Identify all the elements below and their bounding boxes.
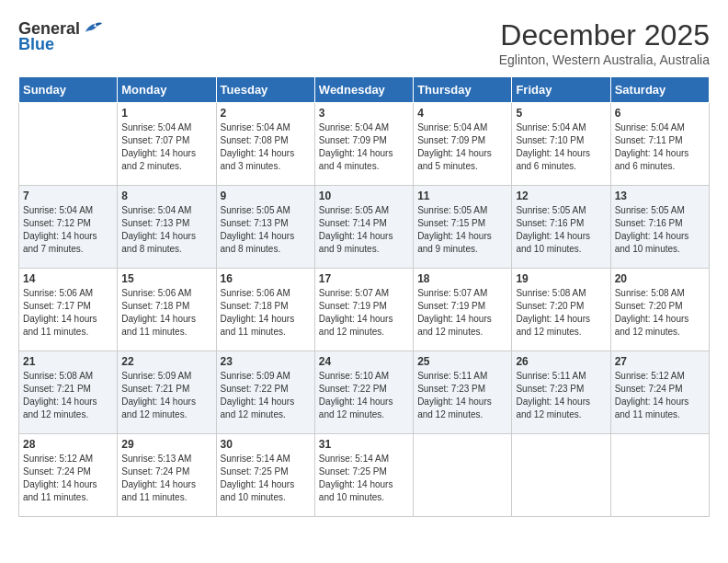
day-number: 6 [615, 107, 705, 120]
day-info: Sunrise: 5:12 AMSunset: 7:24 PMDaylight:… [23, 453, 113, 504]
calendar-cell: 23Sunrise: 5:09 AMSunset: 7:22 PMDayligh… [216, 351, 314, 434]
calendar-cell: 27Sunrise: 5:12 AMSunset: 7:24 PMDayligh… [610, 351, 709, 434]
day-number: 26 [516, 355, 606, 368]
day-info: Sunrise: 5:04 AMSunset: 7:07 PMDaylight:… [121, 121, 211, 173]
page-header: General Blue December 2025 Eglinton, Wes… [18, 18, 710, 67]
logo-blue-text: Blue [18, 35, 54, 54]
calendar-cell: 3Sunrise: 5:04 AMSunset: 7:09 PMDaylight… [314, 103, 413, 186]
calendar-cell: 5Sunrise: 5:04 AMSunset: 7:10 PMDaylight… [512, 103, 610, 186]
day-info: Sunrise: 5:09 AMSunset: 7:22 PMDaylight:… [221, 370, 311, 421]
day-header-sunday: Sunday [19, 77, 118, 103]
day-number: 16 [221, 272, 311, 285]
calendar-cell: 21Sunrise: 5:08 AMSunset: 7:21 PMDayligh… [19, 351, 118, 434]
day-info: Sunrise: 5:04 AMSunset: 7:12 PMDaylight:… [23, 204, 113, 256]
day-number: 11 [417, 190, 507, 202]
day-number: 13 [615, 190, 705, 202]
calendar-cell [414, 434, 512, 517]
day-info: Sunrise: 5:04 AMSunset: 7:13 PMDaylight:… [121, 204, 211, 256]
day-info: Sunrise: 5:04 AMSunset: 7:11 PMDaylight:… [615, 121, 705, 173]
title-section: December 2025 Eglinton, Western Australi… [499, 18, 710, 67]
calendar-cell: 13Sunrise: 5:05 AMSunset: 7:16 PMDayligh… [610, 186, 709, 269]
logo-bird-icon [82, 18, 102, 39]
day-info: Sunrise: 5:05 AMSunset: 7:16 PMDaylight:… [516, 204, 606, 256]
day-info: Sunrise: 5:11 AMSunset: 7:23 PMDaylight:… [417, 370, 507, 421]
day-info: Sunrise: 5:08 AMSunset: 7:21 PMDaylight:… [23, 370, 113, 421]
day-info: Sunrise: 5:04 AMSunset: 7:09 PMDaylight:… [417, 121, 507, 173]
day-info: Sunrise: 5:09 AMSunset: 7:21 PMDaylight:… [121, 370, 211, 421]
calendar-cell: 14Sunrise: 5:06 AMSunset: 7:17 PMDayligh… [19, 269, 118, 351]
day-number: 3 [319, 107, 409, 120]
day-info: Sunrise: 5:04 AMSunset: 7:08 PMDaylight:… [221, 121, 311, 173]
day-number: 15 [121, 272, 211, 285]
calendar-cell: 22Sunrise: 5:09 AMSunset: 7:21 PMDayligh… [118, 351, 216, 434]
day-header-friday: Friday [512, 77, 610, 103]
day-number: 1 [121, 107, 211, 120]
calendar-cell: 28Sunrise: 5:12 AMSunset: 7:24 PMDayligh… [19, 434, 118, 517]
day-number: 31 [319, 438, 409, 451]
day-header-saturday: Saturday [610, 77, 709, 103]
day-number: 27 [615, 355, 705, 368]
day-info: Sunrise: 5:06 AMSunset: 7:18 PMDaylight:… [221, 287, 311, 339]
calendar-cell [610, 434, 709, 517]
day-info: Sunrise: 5:05 AMSunset: 7:16 PMDaylight:… [615, 204, 705, 256]
calendar-cell: 12Sunrise: 5:05 AMSunset: 7:16 PMDayligh… [512, 186, 610, 269]
calendar-cell: 4Sunrise: 5:04 AMSunset: 7:09 PMDaylight… [414, 103, 512, 186]
calendar-cell: 1Sunrise: 5:04 AMSunset: 7:07 PMDaylight… [118, 103, 216, 186]
day-info: Sunrise: 5:12 AMSunset: 7:24 PMDaylight:… [615, 370, 705, 421]
calendar-cell: 2Sunrise: 5:04 AMSunset: 7:08 PMDaylight… [216, 103, 314, 186]
day-info: Sunrise: 5:07 AMSunset: 7:19 PMDaylight:… [417, 287, 507, 339]
calendar-cell: 29Sunrise: 5:13 AMSunset: 7:24 PMDayligh… [118, 434, 216, 517]
calendar-cell: 31Sunrise: 5:14 AMSunset: 7:25 PMDayligh… [314, 434, 413, 517]
day-number: 30 [221, 438, 311, 451]
day-header-tuesday: Tuesday [216, 77, 314, 103]
logo: General Blue [18, 18, 102, 54]
day-info: Sunrise: 5:04 AMSunset: 7:10 PMDaylight:… [516, 121, 606, 173]
day-number: 5 [516, 107, 606, 120]
calendar-cell: 10Sunrise: 5:05 AMSunset: 7:14 PMDayligh… [314, 186, 413, 269]
day-number: 21 [23, 355, 113, 368]
day-info: Sunrise: 5:13 AMSunset: 7:24 PMDaylight:… [121, 453, 211, 504]
calendar-cell [19, 103, 118, 186]
calendar-week-row: 21Sunrise: 5:08 AMSunset: 7:21 PMDayligh… [19, 351, 710, 434]
calendar-cell: 17Sunrise: 5:07 AMSunset: 7:19 PMDayligh… [314, 269, 413, 351]
day-header-monday: Monday [118, 77, 216, 103]
day-info: Sunrise: 5:06 AMSunset: 7:18 PMDaylight:… [121, 287, 211, 339]
calendar-cell: 16Sunrise: 5:06 AMSunset: 7:18 PMDayligh… [216, 269, 314, 351]
calendar-header-row: SundayMondayTuesdayWednesdayThursdayFrid… [19, 77, 710, 103]
calendar-cell: 6Sunrise: 5:04 AMSunset: 7:11 PMDaylight… [610, 103, 709, 186]
day-number: 22 [121, 355, 211, 368]
day-info: Sunrise: 5:06 AMSunset: 7:17 PMDaylight:… [23, 287, 113, 339]
day-header-wednesday: Wednesday [314, 77, 413, 103]
calendar-table: SundayMondayTuesdayWednesdayThursdayFrid… [18, 76, 710, 517]
day-number: 8 [121, 190, 211, 202]
day-number: 10 [319, 190, 409, 202]
day-number: 9 [221, 190, 311, 202]
day-info: Sunrise: 5:04 AMSunset: 7:09 PMDaylight:… [319, 121, 409, 173]
calendar-cell: 11Sunrise: 5:05 AMSunset: 7:15 PMDayligh… [414, 186, 512, 269]
calendar-week-row: 7Sunrise: 5:04 AMSunset: 7:12 PMDaylight… [19, 186, 710, 269]
day-number: 2 [221, 107, 311, 120]
calendar-cell: 19Sunrise: 5:08 AMSunset: 7:20 PMDayligh… [512, 269, 610, 351]
day-number: 23 [221, 355, 311, 368]
day-number: 12 [516, 190, 606, 202]
day-info: Sunrise: 5:14 AMSunset: 7:25 PMDaylight:… [221, 453, 311, 504]
day-header-thursday: Thursday [414, 77, 512, 103]
day-info: Sunrise: 5:07 AMSunset: 7:19 PMDaylight:… [319, 287, 409, 339]
calendar-cell [512, 434, 610, 517]
month-year-title: December 2025 [499, 18, 710, 52]
day-number: 24 [319, 355, 409, 368]
calendar-cell: 25Sunrise: 5:11 AMSunset: 7:23 PMDayligh… [414, 351, 512, 434]
calendar-cell: 9Sunrise: 5:05 AMSunset: 7:13 PMDaylight… [216, 186, 314, 269]
calendar-week-row: 14Sunrise: 5:06 AMSunset: 7:17 PMDayligh… [19, 269, 710, 351]
day-info: Sunrise: 5:11 AMSunset: 7:23 PMDaylight:… [516, 370, 606, 421]
calendar-cell: 8Sunrise: 5:04 AMSunset: 7:13 PMDaylight… [118, 186, 216, 269]
day-info: Sunrise: 5:14 AMSunset: 7:25 PMDaylight:… [319, 453, 409, 504]
calendar-cell: 18Sunrise: 5:07 AMSunset: 7:19 PMDayligh… [414, 269, 512, 351]
day-number: 17 [319, 272, 409, 285]
calendar-cell: 15Sunrise: 5:06 AMSunset: 7:18 PMDayligh… [118, 269, 216, 351]
calendar-week-row: 28Sunrise: 5:12 AMSunset: 7:24 PMDayligh… [19, 434, 710, 517]
day-number: 19 [516, 272, 606, 285]
calendar-cell: 24Sunrise: 5:10 AMSunset: 7:22 PMDayligh… [314, 351, 413, 434]
day-info: Sunrise: 5:10 AMSunset: 7:22 PMDaylight:… [319, 370, 409, 421]
day-info: Sunrise: 5:05 AMSunset: 7:13 PMDaylight:… [221, 204, 311, 256]
